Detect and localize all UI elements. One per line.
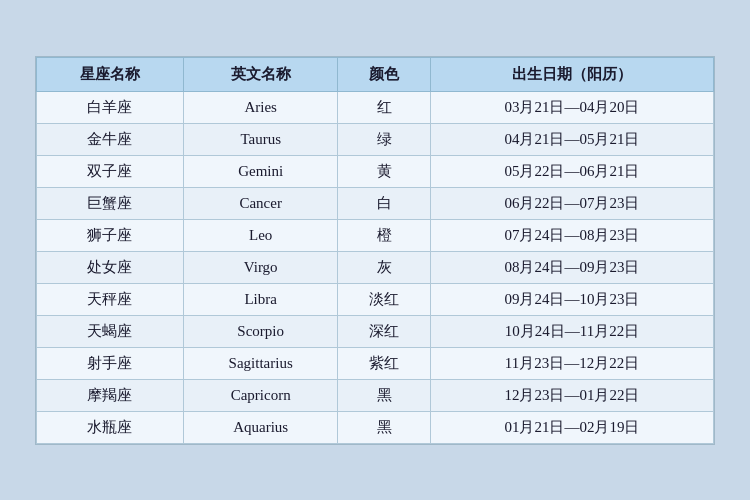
cell-row6-col1: Libra bbox=[183, 283, 338, 315]
table-row: 狮子座Leo橙07月24日—08月23日 bbox=[37, 219, 714, 251]
cell-row10-col0: 水瓶座 bbox=[37, 411, 184, 443]
cell-row8-col0: 射手座 bbox=[37, 347, 184, 379]
cell-row2-col3: 05月22日—06月21日 bbox=[430, 155, 713, 187]
table-row: 天秤座Libra淡红09月24日—10月23日 bbox=[37, 283, 714, 315]
cell-row8-col1: Sagittarius bbox=[183, 347, 338, 379]
cell-row0-col1: Aries bbox=[183, 91, 338, 123]
table-body: 白羊座Aries红03月21日—04月20日金牛座Taurus绿04月21日—0… bbox=[37, 91, 714, 443]
table-row: 巨蟹座Cancer白06月22日—07月23日 bbox=[37, 187, 714, 219]
cell-row3-col0: 巨蟹座 bbox=[37, 187, 184, 219]
cell-row4-col3: 07月24日—08月23日 bbox=[430, 219, 713, 251]
cell-row9-col0: 摩羯座 bbox=[37, 379, 184, 411]
cell-row4-col0: 狮子座 bbox=[37, 219, 184, 251]
cell-row6-col3: 09月24日—10月23日 bbox=[430, 283, 713, 315]
cell-row7-col1: Scorpio bbox=[183, 315, 338, 347]
cell-row5-col0: 处女座 bbox=[37, 251, 184, 283]
cell-row5-col3: 08月24日—09月23日 bbox=[430, 251, 713, 283]
cell-row1-col0: 金牛座 bbox=[37, 123, 184, 155]
cell-row8-col2: 紫红 bbox=[338, 347, 431, 379]
cell-row9-col2: 黑 bbox=[338, 379, 431, 411]
cell-row0-col0: 白羊座 bbox=[37, 91, 184, 123]
cell-row3-col1: Cancer bbox=[183, 187, 338, 219]
cell-row9-col1: Capricorn bbox=[183, 379, 338, 411]
col-header-color: 颜色 bbox=[338, 57, 431, 91]
table-row: 水瓶座Aquarius黑01月21日—02月19日 bbox=[37, 411, 714, 443]
cell-row4-col1: Leo bbox=[183, 219, 338, 251]
cell-row1-col1: Taurus bbox=[183, 123, 338, 155]
cell-row2-col2: 黄 bbox=[338, 155, 431, 187]
cell-row10-col1: Aquarius bbox=[183, 411, 338, 443]
cell-row3-col3: 06月22日—07月23日 bbox=[430, 187, 713, 219]
col-header-chinese-name: 星座名称 bbox=[37, 57, 184, 91]
cell-row2-col0: 双子座 bbox=[37, 155, 184, 187]
table-row: 天蝎座Scorpio深红10月24日—11月22日 bbox=[37, 315, 714, 347]
cell-row1-col3: 04月21日—05月21日 bbox=[430, 123, 713, 155]
cell-row6-col2: 淡红 bbox=[338, 283, 431, 315]
table-row: 摩羯座Capricorn黑12月23日—01月22日 bbox=[37, 379, 714, 411]
zodiac-table: 星座名称 英文名称 颜色 出生日期（阳历） 白羊座Aries红03月21日—04… bbox=[36, 57, 714, 444]
cell-row10-col3: 01月21日—02月19日 bbox=[430, 411, 713, 443]
cell-row8-col3: 11月23日—12月22日 bbox=[430, 347, 713, 379]
cell-row9-col3: 12月23日—01月22日 bbox=[430, 379, 713, 411]
col-header-date: 出生日期（阳历） bbox=[430, 57, 713, 91]
cell-row4-col2: 橙 bbox=[338, 219, 431, 251]
cell-row2-col1: Gemini bbox=[183, 155, 338, 187]
table-row: 白羊座Aries红03月21日—04月20日 bbox=[37, 91, 714, 123]
cell-row3-col2: 白 bbox=[338, 187, 431, 219]
cell-row0-col3: 03月21日—04月20日 bbox=[430, 91, 713, 123]
cell-row5-col1: Virgo bbox=[183, 251, 338, 283]
table-row: 射手座Sagittarius紫红11月23日—12月22日 bbox=[37, 347, 714, 379]
col-header-english-name: 英文名称 bbox=[183, 57, 338, 91]
cell-row7-col2: 深红 bbox=[338, 315, 431, 347]
zodiac-table-container: 星座名称 英文名称 颜色 出生日期（阳历） 白羊座Aries红03月21日—04… bbox=[35, 56, 715, 445]
table-row: 处女座Virgo灰08月24日—09月23日 bbox=[37, 251, 714, 283]
table-header-row: 星座名称 英文名称 颜色 出生日期（阳历） bbox=[37, 57, 714, 91]
table-row: 双子座Gemini黄05月22日—06月21日 bbox=[37, 155, 714, 187]
cell-row7-col3: 10月24日—11月22日 bbox=[430, 315, 713, 347]
cell-row6-col0: 天秤座 bbox=[37, 283, 184, 315]
cell-row7-col0: 天蝎座 bbox=[37, 315, 184, 347]
cell-row5-col2: 灰 bbox=[338, 251, 431, 283]
cell-row10-col2: 黑 bbox=[338, 411, 431, 443]
cell-row0-col2: 红 bbox=[338, 91, 431, 123]
table-row: 金牛座Taurus绿04月21日—05月21日 bbox=[37, 123, 714, 155]
cell-row1-col2: 绿 bbox=[338, 123, 431, 155]
